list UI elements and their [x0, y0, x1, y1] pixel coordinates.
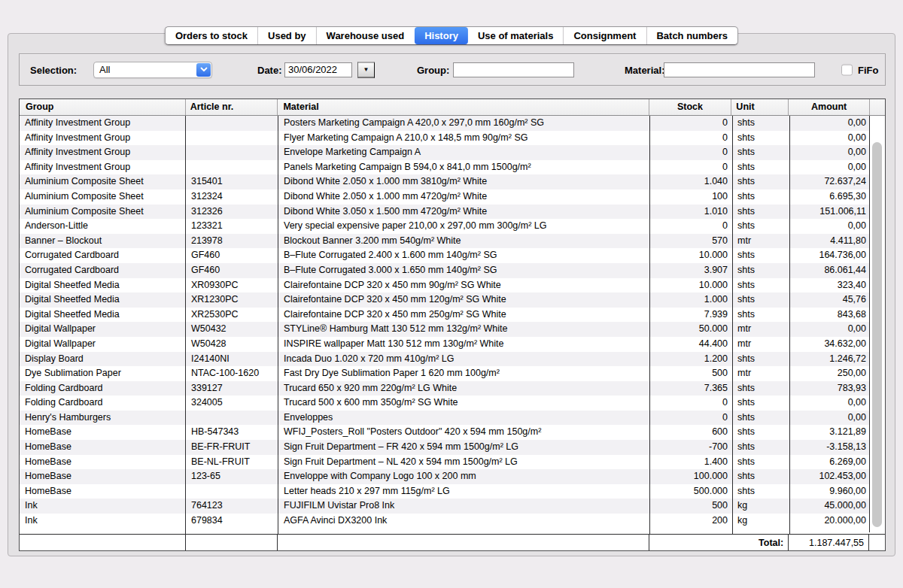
cell-unit: shts	[733, 160, 790, 175]
table-row[interactable]: HomeBaseLetter heads 210 x 297 mm 115g/m…	[20, 484, 871, 499]
table-row[interactable]: Affinity Investment GroupEnvelope Market…	[20, 145, 871, 160]
filter-bar: Selection: All Date: ▼ Group: Material: …	[19, 53, 886, 86]
cell-material: INSPIRE wallpaper Matt 130 512 mm 130g/m…	[278, 337, 650, 352]
cell-material: Sign Fruit Department – FR 420 x 594 mm …	[278, 440, 650, 455]
cell-material: B–Flute Corrugated 3.000 x 1.650 mm 140g…	[278, 263, 650, 278]
table-row[interactable]: Henry's HamburgersEnveloppes0shts0,00	[20, 411, 871, 426]
cell-article: 324005	[186, 396, 278, 411]
date-input[interactable]	[284, 62, 352, 77]
scrollbar-thumb[interactable]	[872, 142, 882, 527]
cell-material: Flyer Marketing Campaign A 210,0 x 148,5…	[278, 131, 650, 146]
tab-use-of-materials[interactable]: Use of materials	[468, 27, 563, 44]
table-row[interactable]: Folding Cardboard324005Trucard 500 x 600…	[20, 396, 871, 411]
table-row[interactable]: HomeBaseBE-NL-FRUITSign Fruit Department…	[20, 455, 871, 470]
column-header-amount[interactable]: Amount	[789, 99, 869, 115]
cell-article: GF460	[186, 248, 278, 263]
table-row[interactable]: Digital WallpaperW50432STYLine® Hamburg …	[20, 322, 871, 337]
table-row[interactable]: Corrugated CardboardGF460B–Flute Corruga…	[20, 248, 871, 263]
table-row[interactable]: Banner – Blockout213978Blockout Banner 3…	[20, 234, 871, 249]
tab-orders-to-stock[interactable]: Orders to stock	[166, 27, 257, 44]
cell-material: Fast Dry Dye Sublimation Paper 1 620 mm …	[278, 366, 650, 381]
cell-stock: 10.000	[650, 278, 733, 293]
cell-amount: 34.632,00	[790, 337, 871, 352]
total-row: Total: 1.187.447,55	[20, 534, 885, 551]
group-label: Group:	[417, 64, 449, 75]
cell-stock: 1.400	[650, 455, 733, 470]
material-input[interactable]	[664, 62, 815, 77]
cell-amount: 1.246,72	[790, 352, 871, 367]
cell-unit: mtr	[733, 366, 790, 381]
table-row[interactable]: Corrugated CardboardGF460B–Flute Corruga…	[20, 263, 871, 278]
cell-amount: 86.061,44	[790, 263, 871, 278]
vertical-scrollbar[interactable]	[869, 116, 885, 532]
cell-material: Clairefontaine DCP 320 x 450 mm 90g/m² S…	[278, 278, 650, 293]
table-row[interactable]: Affinity Investment GroupPosters Marketi…	[20, 116, 871, 131]
tab-used-by[interactable]: Used by	[257, 27, 316, 44]
total-empty-article	[186, 535, 278, 551]
table-row[interactable]: Aluminium Composite Sheet315401Dibond Wh…	[20, 174, 871, 189]
table-body: Affinity Investment GroupPosters Marketi…	[20, 116, 885, 529]
column-header-material[interactable]: Material	[278, 99, 649, 115]
table-row[interactable]: Dye Sublimation PaperNTAC-100-1620Fast D…	[20, 366, 871, 381]
cell-amount: 323,40	[790, 278, 871, 293]
cell-material: Panels Marketing Campaign B 594,0 x 841,…	[278, 160, 650, 175]
cell-material: Dibond White 2.050 x 1.000 mm 3810g/m² W…	[278, 174, 650, 189]
table-row[interactable]: HomeBaseHB-547343WFIJ_Posters_Roll "Post…	[20, 425, 871, 440]
tab-consignment[interactable]: Consignment	[563, 27, 646, 44]
cell-group: Aluminium Composite Sheet	[20, 189, 186, 205]
table-row[interactable]: Display BoardI24140NIIncada Duo 1.020 x …	[20, 352, 871, 367]
table-row[interactable]: Aluminium Composite Sheet312326Dibond Wh…	[20, 205, 871, 220]
table-row[interactable]: Ink679834AGFA Avinci DX3200 Ink200kg20.0…	[20, 514, 871, 529]
cell-article	[186, 116, 278, 131]
cell-group: Digital Sheetfed Media	[20, 308, 186, 323]
fifo-label: FiFo	[858, 64, 878, 75]
selection-dropdown[interactable]: All	[93, 62, 212, 78]
cell-amount: 102.453,00	[790, 469, 871, 484]
tab-history[interactable]: History	[415, 27, 468, 44]
table-row[interactable]: Digital Sheetfed MediaXR0930PCClairefont…	[20, 278, 871, 293]
cell-stock: 0	[650, 145, 733, 160]
cell-stock: 600	[650, 425, 733, 440]
cell-group: Display Board	[20, 352, 186, 367]
cell-unit: shts	[733, 174, 790, 189]
table-row[interactable]: Aluminium Composite Sheet312324Dibond Wh…	[20, 189, 871, 205]
column-header-group[interactable]: Group	[20, 99, 186, 115]
column-header-stock[interactable]: Stock	[649, 99, 732, 115]
stock-table: Group Article nr. Material Stock Unit Am…	[19, 99, 886, 551]
table-row[interactable]: Affinity Investment GroupFlyer Marketing…	[20, 131, 871, 146]
cell-amount: 45,76	[790, 292, 871, 308]
cell-stock: 0	[650, 131, 733, 146]
tab-warehouse-used[interactable]: Warehouse used	[316, 27, 415, 44]
fifo-checkbox[interactable]	[841, 64, 853, 75]
tab-batch-numbers[interactable]: Batch numbers	[646, 27, 737, 44]
cell-article: BE-NL-FRUIT	[186, 455, 278, 470]
column-header-article[interactable]: Article nr.	[186, 99, 278, 115]
table-row[interactable]: Folding Cardboard339127Trucard 650 x 920…	[20, 381, 871, 396]
cell-article: 679834	[186, 514, 278, 529]
table-row[interactable]: Digital Sheetfed MediaXR1230PCClairefont…	[20, 292, 871, 308]
cell-amount: 0,00	[790, 219, 871, 234]
cell-unit: shts	[733, 248, 790, 263]
table-row[interactable]: Digital WallpaperW50428INSPIRE wallpaper…	[20, 337, 871, 352]
cell-article	[186, 484, 278, 499]
table-row[interactable]: Digital Sheetfed MediaXR2530PCClairefont…	[20, 308, 871, 323]
group-input[interactable]	[453, 62, 574, 77]
cell-unit: kg	[733, 514, 790, 529]
table-row[interactable]: HomeBase123-65Enveloppe with Company Log…	[20, 469, 871, 484]
table-row[interactable]: HomeBaseBE-FR-FRUITSign Fruit Department…	[20, 440, 871, 455]
table-row[interactable]: Ink764123FUJIFILM Uvistar Pro8 Ink500kg4…	[20, 499, 871, 514]
cell-stock: -700	[650, 440, 733, 455]
date-dropdown-button[interactable]: ▼	[357, 62, 375, 77]
table-row[interactable]: Anderson-Little123321Very special expens…	[20, 219, 871, 234]
cell-group: Folding Cardboard	[20, 396, 186, 411]
cell-material: Enveloppes	[278, 411, 650, 426]
cell-amount: 45.000,00	[790, 499, 871, 514]
cell-stock: 100.000	[650, 469, 733, 484]
cell-article: XR2530PC	[186, 308, 278, 323]
cell-stock: 7.365	[650, 381, 733, 396]
material-label: Material:	[625, 64, 664, 75]
column-header-unit[interactable]: Unit	[731, 99, 789, 115]
table-row[interactable]: Affinity Investment GroupPanels Marketin…	[20, 160, 871, 175]
total-spacer	[869, 535, 885, 551]
cell-group: HomeBase	[20, 425, 186, 440]
